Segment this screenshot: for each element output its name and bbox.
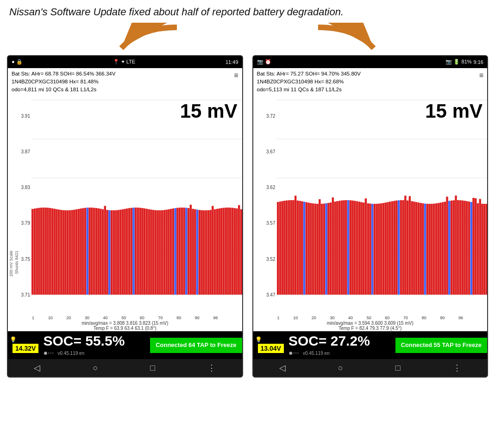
- svg-rect-92: [216, 209, 218, 295]
- svg-rect-195: [464, 201, 465, 295]
- left-bottom-left: 💡 14.32V: [8, 336, 43, 354]
- svg-rect-34: [88, 208, 90, 295]
- right-connect-button[interactable]: Connected 55 TAP to Freeze: [395, 338, 487, 353]
- svg-rect-158: [382, 203, 384, 295]
- svg-rect-176: [422, 203, 424, 295]
- svg-rect-147: [358, 202, 360, 295]
- svg-rect-199: [472, 198, 474, 295]
- left-bat-line3: odo=4,811 mi 10 QCs & 181 L1/L2s: [12, 86, 115, 94]
- left-bar-chart: [31, 95, 242, 313]
- left-y5: 3.87: [21, 149, 30, 154]
- svg-rect-117: [292, 200, 294, 295]
- svg-rect-200: [475, 198, 476, 295]
- svg-rect-118: [294, 196, 296, 295]
- right-back-icon[interactable]: ◁: [279, 363, 286, 373]
- svg-rect-196: [466, 201, 468, 295]
- svg-rect-181: [432, 204, 434, 295]
- svg-rect-15: [47, 208, 49, 295]
- right-more-icon[interactable]: ⋮: [453, 363, 461, 373]
- svg-rect-120: [299, 201, 301, 295]
- left-soc-area: SOC= 55.5% ●··· v0.45.119 en: [43, 333, 150, 357]
- right-menu-icon[interactable]: ≡: [479, 70, 483, 81]
- svg-rect-55: [135, 208, 137, 295]
- svg-rect-84: [199, 210, 201, 295]
- right-battery-text: Bat Sts: AHr= 75.27 SOH= 94.70% 345.80V …: [257, 70, 361, 94]
- svg-rect-85: [201, 210, 202, 295]
- svg-rect-154: [373, 204, 375, 295]
- svg-rect-146: [356, 202, 357, 295]
- right-y2: 3.52: [266, 257, 275, 262]
- left-soc-value: SOC= 55.5%: [43, 333, 150, 349]
- svg-rect-8: [31, 209, 33, 295]
- right-recents-icon[interactable]: □: [395, 363, 401, 373]
- left-more-icon[interactable]: ⋮: [207, 363, 216, 373]
- right-status-icons: 📷 ⏰: [257, 59, 271, 65]
- right-x10: 90: [440, 315, 445, 320]
- right-nav-bar: ◁ ○ □ ⋮: [253, 359, 488, 377]
- left-status-icons: ● 🔒: [12, 59, 23, 65]
- svg-rect-69: [165, 210, 167, 295]
- svg-rect-138: [338, 201, 340, 295]
- svg-rect-18: [53, 209, 55, 295]
- svg-rect-205: [485, 204, 487, 295]
- right-connect-label: Connected 55 TAP to Freeze: [401, 341, 482, 348]
- left-connect-button[interactable]: Connected 64 TAP to Freeze: [150, 338, 242, 353]
- svg-rect-97: [227, 208, 229, 295]
- left-x11: 96: [213, 315, 218, 320]
- svg-rect-38: [97, 208, 99, 295]
- svg-rect-184: [439, 203, 441, 295]
- svg-rect-71: [170, 209, 172, 295]
- svg-rect-90: [212, 206, 213, 295]
- svg-rect-130: [320, 204, 322, 295]
- svg-rect-192: [457, 200, 459, 295]
- svg-rect-50: [124, 209, 125, 295]
- left-chart-wrapper: 15 mV 200 mV Scale Shunts 8421 3.91 3.87…: [8, 95, 242, 331]
- svg-rect-42: [106, 210, 108, 295]
- right-battery-info: Bat Sts: AHr= 75.27 SOH= 94.70% 345.80V …: [253, 68, 488, 96]
- svg-rect-161: [388, 202, 390, 295]
- right-y6: 3.72: [266, 114, 275, 119]
- svg-rect-159: [384, 203, 386, 295]
- svg-rect-51: [126, 208, 128, 295]
- svg-rect-191: [455, 196, 457, 295]
- svg-rect-53: [131, 208, 132, 295]
- svg-rect-44: [111, 210, 113, 295]
- svg-rect-64: [155, 210, 157, 295]
- svg-rect-68: [163, 210, 165, 295]
- svg-rect-81: [192, 209, 194, 295]
- svg-rect-156: [378, 204, 380, 295]
- left-battery-info: Bat Sts: AHr= 68.78 SOH= 86.54% 366.34V …: [8, 68, 242, 96]
- svg-rect-29: [78, 209, 80, 295]
- right-home-icon[interactable]: ○: [338, 363, 343, 373]
- right-chart-stats: min/avg/max = 3.594 3.600 3.609 (15 mV) …: [253, 320, 488, 331]
- left-menu-icon[interactable]: ≡: [234, 70, 238, 81]
- left-bottom-bar: 💡 14.32V SOC= 55.5% ●··· v0.45.119 en Co…: [8, 331, 242, 359]
- left-status-center-text: 📍 ✦ LTE: [113, 59, 135, 64]
- right-bat-line3: odo=5,113 mi 11 QCs & 187 L1/L2s: [257, 86, 361, 94]
- svg-rect-41: [104, 206, 106, 295]
- svg-rect-19: [56, 209, 57, 295]
- svg-rect-45: [113, 210, 115, 295]
- left-lightbulb-icon: 💡: [10, 336, 17, 343]
- left-home-icon[interactable]: ○: [93, 363, 98, 373]
- svg-rect-183: [437, 203, 439, 295]
- left-recents-icon[interactable]: □: [150, 363, 155, 373]
- svg-rect-94: [220, 208, 222, 295]
- right-x3: 20: [312, 315, 316, 320]
- left-x9: 80: [176, 315, 181, 320]
- left-back-icon[interactable]: ◁: [34, 363, 40, 373]
- svg-rect-74: [176, 208, 178, 295]
- left-x8: 70: [158, 315, 163, 320]
- left-x2: 10: [48, 315, 53, 320]
- svg-rect-24: [67, 210, 69, 295]
- svg-rect-134: [329, 202, 331, 295]
- left-y4: 3.83: [21, 185, 30, 190]
- svg-rect-179: [428, 204, 430, 295]
- right-x2: 10: [293, 315, 298, 320]
- svg-rect-75: [179, 208, 181, 295]
- svg-rect-163: [393, 201, 395, 295]
- svg-rect-11: [38, 208, 40, 295]
- svg-rect-116: [290, 200, 292, 295]
- svg-rect-83: [196, 210, 198, 295]
- svg-rect-78: [185, 208, 187, 295]
